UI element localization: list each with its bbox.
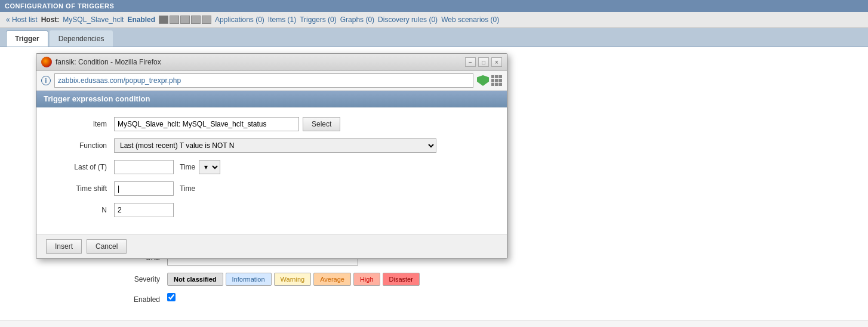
web-scenarios-link[interactable]: Web scenarios (0) <box>441 16 499 24</box>
popup-time-shift-control: Time <box>114 181 495 196</box>
popup-last-of-row: Last of (T) Time ▾ <box>48 160 495 174</box>
applications-link[interactable]: Applications (0) <box>215 16 264 24</box>
insert-button[interactable]: Insert <box>46 239 82 254</box>
host-list-link[interactable]: « Host list <box>6 16 38 24</box>
tab-dependencies[interactable]: Dependencies <box>50 30 113 47</box>
popup-n-label: N <box>48 206 114 214</box>
popup-item-input[interactable] <box>114 117 299 131</box>
popup-n-control <box>114 203 495 217</box>
firefox-icon <box>41 57 52 67</box>
grid-icon <box>491 75 502 86</box>
popup-section-title: Trigger expression condition <box>36 91 507 107</box>
icon-5 <box>202 16 211 24</box>
tab-trigger[interactable]: Trigger <box>6 30 48 47</box>
shield-icon <box>477 75 489 86</box>
enabled-control <box>167 293 856 303</box>
popup-time-shift-row: Time shift Time <box>48 181 495 196</box>
select-button[interactable]: Select <box>303 117 340 131</box>
severity-information[interactable]: Information <box>226 273 272 286</box>
popup-n-row: N <box>48 203 495 217</box>
popup-content: Trigger expression condition Item Select… <box>36 91 507 258</box>
maximize-button[interactable]: □ <box>478 57 489 67</box>
popup-titlebar-controls: − □ × <box>465 57 502 67</box>
popup-item-control: Select <box>114 117 495 131</box>
icon-1 <box>159 16 168 24</box>
top-bar: CONFIGURATION OF TRIGGERS <box>0 0 868 12</box>
severity-row: Severity Not classified Information Warn… <box>12 273 856 286</box>
popup-urlbar: i <box>36 71 507 91</box>
severity-label: Severity <box>12 273 167 283</box>
popup-function-select[interactable]: Last (most recent) T value is NOT N <box>114 138 436 153</box>
popup-last-of-label: Last of (T) <box>48 163 114 171</box>
enabled-badge: Enabled <box>127 16 155 24</box>
popup-title-text: fansik: Condition - Mozilla Firefox <box>56 58 161 66</box>
discovery-rules-link[interactable]: Discovery rules (0) <box>378 16 438 24</box>
popup-time-label1: Time <box>180 163 195 171</box>
popup-footer: Insert Cancel <box>36 234 507 258</box>
triggers-link[interactable]: Triggers (0) <box>300 16 337 24</box>
severity-control: Not classified Information Warning Avera… <box>167 273 856 286</box>
items-link[interactable]: Items (1) <box>268 16 296 24</box>
popup-window: fansik: Condition - Mozilla Firefox − □ … <box>36 53 507 259</box>
host-label: Host: <box>41 16 60 24</box>
popup-time-shift-input[interactable] <box>114 181 174 196</box>
popup-time-dropdown[interactable]: ▾ <box>199 160 220 174</box>
minimize-button[interactable]: − <box>465 57 476 67</box>
popup-cancel-button[interactable]: Cancel <box>87 239 127 254</box>
icon-group <box>159 16 211 24</box>
enabled-label: Enabled <box>12 293 167 304</box>
popup-last-of-input[interactable] <box>114 160 174 174</box>
popup-last-of-control: Time ▾ <box>114 160 495 174</box>
icon-4 <box>191 16 201 24</box>
top-bar-title: CONFIGURATION OF TRIGGERS <box>5 2 114 10</box>
severity-high[interactable]: High <box>353 273 380 286</box>
popup-item-row: Item Select <box>48 117 495 131</box>
enabled-checkbox[interactable] <box>167 293 176 301</box>
url-input[interactable] <box>54 73 473 88</box>
popup-item-label: Item <box>48 120 114 128</box>
popup-function-control: Last (most recent) T value is NOT N <box>114 138 495 153</box>
severity-disaster[interactable]: Disaster <box>383 273 420 286</box>
icon-2 <box>170 16 179 24</box>
popup-n-input[interactable] <box>114 203 174 217</box>
popup-function-row: Function Last (most recent) T value is N… <box>48 138 495 153</box>
url-info-icon: i <box>41 76 51 85</box>
url-right-icons <box>477 75 502 86</box>
severity-average[interactable]: Average <box>313 273 351 286</box>
popup-time-label2: Time <box>180 184 195 193</box>
graphs-link[interactable]: Graphs (0) <box>340 16 374 24</box>
main-content: Name Expression fansik: Condition - Mozi… <box>0 47 868 320</box>
popup-titlebar-left: fansik: Condition - Mozilla Firefox <box>41 57 161 67</box>
breadcrumb-bar: « Host list Host: MySQL_Slave_hclt Enabl… <box>0 12 868 28</box>
host-name-link[interactable]: MySQL_Slave_hclt <box>63 16 124 24</box>
enabled-row: Enabled <box>12 293 856 304</box>
tabs-bar: Trigger Dependencies <box>0 28 868 47</box>
close-button[interactable]: × <box>491 57 502 67</box>
severity-not-classified[interactable]: Not classified <box>167 273 223 286</box>
icon-3 <box>180 16 190 24</box>
severity-warning[interactable]: Warning <box>274 273 312 286</box>
popup-function-label: Function <box>48 141 114 150</box>
popup-form: Item Select Function Last (most recent) … <box>36 107 507 234</box>
severity-section: Not classified Information Warning Avera… <box>167 273 856 286</box>
popup-time-shift-label: Time shift <box>48 184 114 193</box>
bottom-buttons: Add Cancel <box>0 320 868 327</box>
popup-titlebar: fansik: Condition - Mozilla Firefox − □ … <box>36 54 507 71</box>
